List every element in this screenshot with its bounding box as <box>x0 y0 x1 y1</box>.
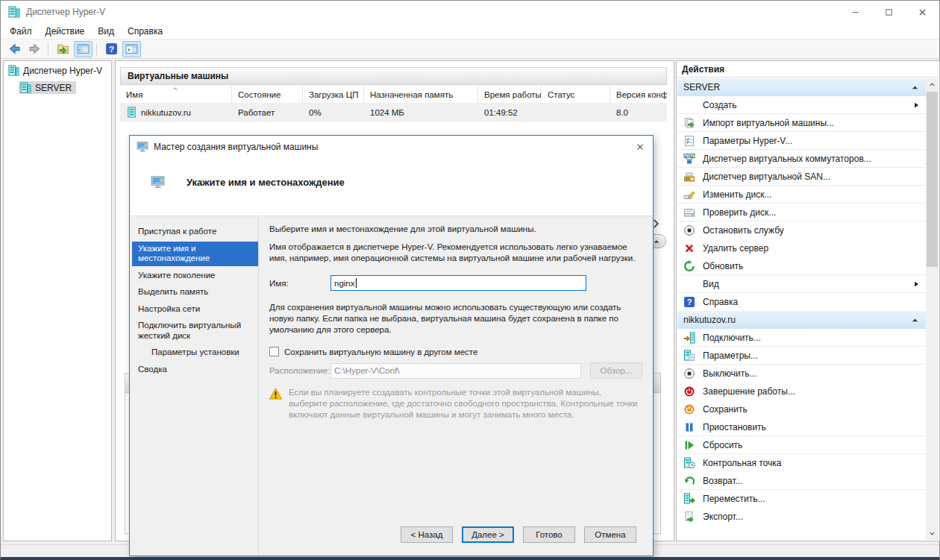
edit-disk-icon <box>683 189 695 201</box>
action-item[interactable]: Проверить диск... <box>677 204 926 221</box>
wizard-nav-item[interactable]: Настройка сети <box>132 302 258 317</box>
store-elsewhere-checkbox[interactable] <box>269 347 279 356</box>
wizard-nav-item[interactable]: Подключить виртуальный жесткий диск <box>132 318 258 343</box>
toolbar-button[interactable] <box>54 41 72 57</box>
virtual-switch-icon <box>683 153 695 165</box>
minimize-icon <box>850 7 860 17</box>
vm-table-row[interactable]: nikkutuzov.ruРаботает0%1024 МБ01:49:528.… <box>120 104 667 122</box>
menu-item[interactable]: Вид <box>91 25 121 38</box>
action-item[interactable]: Выключить... <box>677 365 926 383</box>
column-header[interactable]: Статус <box>542 86 610 103</box>
svg-text:?: ? <box>109 44 114 54</box>
hyperv-icon <box>20 82 31 93</box>
column-header[interactable]: Время работы <box>478 86 542 103</box>
action-item[interactable]: Возврат... <box>677 472 926 490</box>
browse-button: Обзор... <box>590 362 642 379</box>
action-item[interactable]: Параметры Hyper-V... <box>677 132 926 150</box>
minimize-button[interactable] <box>839 1 872 23</box>
toolbar: ? <box>1 39 939 59</box>
menu-item[interactable]: Действие <box>39 25 92 38</box>
name-input[interactable]: nginx <box>330 275 586 291</box>
actions-section-header-vm[interactable]: nikkutuzov.ru <box>677 311 926 329</box>
action-item[interactable]: Параметры... <box>677 347 926 365</box>
column-header[interactable]: Состояние <box>232 86 303 103</box>
action-item[interactable]: Переместить... <box>677 490 926 508</box>
action-item[interactable]: Обновить <box>677 257 926 275</box>
stop-service-icon <box>683 224 695 236</box>
maximize-button[interactable] <box>872 1 906 23</box>
refresh-icon <box>683 260 695 272</box>
toolbar-button[interactable] <box>122 41 141 57</box>
toolbar-button[interactable] <box>74 41 93 57</box>
settings-doc-icon <box>683 135 695 147</box>
toolbar-button[interactable] <box>5 41 24 57</box>
scrollbar-up-button[interactable] <box>926 78 939 91</box>
toolbar-button[interactable]: ? <box>102 41 121 57</box>
window-controls <box>839 1 939 23</box>
actions-section-header-server[interactable]: SERVER <box>677 78 926 96</box>
action-item[interactable]: Сохранить <box>677 400 926 418</box>
menu-item[interactable]: Справка <box>121 25 169 38</box>
pause-icon <box>683 421 695 433</box>
wizard-heading: Укажите имя и местонахождение <box>187 177 345 188</box>
forward-icon <box>28 43 41 55</box>
vm-cell: 8.0 <box>610 108 667 117</box>
next-button[interactable]: Далее > <box>462 526 514 543</box>
wizard-nav-item[interactable]: Параметры установки <box>132 345 258 360</box>
action-item[interactable]: Изменить диск... <box>677 186 926 204</box>
vm-cell: 1024 МБ <box>364 108 478 117</box>
action-item[interactable]: Импорт виртуальной машины... <box>677 114 926 132</box>
scrollbar-down-button[interactable] <box>926 527 939 540</box>
action-item[interactable]: Подключить... <box>677 329 926 347</box>
monitor-icon <box>151 175 165 189</box>
action-item[interactable]: Сбросить <box>677 436 926 454</box>
tree-root-label: Диспетчер Hyper-V <box>23 66 102 76</box>
close-icon <box>636 142 645 151</box>
close-button[interactable] <box>906 1 939 23</box>
action-item[interactable]: Диспетчер виртуальных коммутаторов... <box>677 150 926 168</box>
action-item[interactable]: Экспорт... <box>677 508 926 526</box>
wizard-nav-item[interactable]: Укажите поколение <box>132 268 258 283</box>
wizard-title: Мастер создания виртуальной машины <box>154 142 318 152</box>
tree-item-root[interactable]: Диспетчер Hyper-V <box>4 63 111 78</box>
action-item[interactable]: ? Справка <box>677 293 926 311</box>
export-folder-icon <box>57 43 69 55</box>
save-state-icon <box>683 403 695 415</box>
actions-scrollbar[interactable] <box>926 78 939 540</box>
column-header[interactable]: Загрузка ЦП <box>303 86 364 103</box>
toolbar-button[interactable] <box>25 41 44 57</box>
wizard-nav: Приступая к работеУкажите имя и местонах… <box>130 217 259 556</box>
tree-item-server[interactable]: SERVER <box>16 80 111 95</box>
finish-button[interactable]: Готово <box>523 526 575 543</box>
action-item[interactable]: Остановить службу <box>677 221 926 239</box>
menubar: ФайлДействиеВидСправка <box>1 23 939 39</box>
wizard-close-button[interactable] <box>627 136 653 158</box>
navigation-tree-panel: Диспетчер Hyper-V SERVER <box>3 60 112 541</box>
new-vm-wizard-dialog: Мастер создания виртуальной машины Укажи… <box>129 135 654 556</box>
menu-item[interactable]: Файл <box>3 25 39 38</box>
back-button[interactable]: < Назад <box>401 526 453 543</box>
column-header[interactable]: Назначенная память <box>364 86 478 103</box>
wizard-name-hint: Имя отображается в диспетчере Hyper-V. Р… <box>269 242 642 264</box>
wizard-nav-item[interactable]: Выделить память <box>132 285 258 300</box>
cancel-button[interactable]: Отмена <box>584 526 636 543</box>
chevron-right-icon <box>912 280 921 289</box>
text-caret <box>356 278 357 288</box>
action-item[interactable]: Контрольная точка <box>677 454 926 472</box>
move-icon <box>683 493 695 505</box>
action-item[interactable]: Завершение работы... <box>677 383 926 400</box>
action-item[interactable]: Диспетчер виртуальной SAN... <box>677 168 926 186</box>
wizard-nav-item[interactable]: Приступая к работе <box>132 224 258 239</box>
action-item[interactable]: Вид <box>677 275 926 293</box>
shutdown-icon <box>683 386 695 397</box>
wizard-nav-item[interactable]: Укажите имя и местонахождение <box>132 242 258 266</box>
action-item[interactable]: Приостановить <box>677 418 926 436</box>
action-item[interactable]: Создать <box>677 96 926 114</box>
action-item[interactable]: Удалить сервер <box>677 239 926 257</box>
actions-panel-title: Действия <box>677 61 939 78</box>
wizard-nav-item[interactable]: Сводка <box>132 362 258 377</box>
column-header[interactable]: Версия конфигурации <box>610 86 667 103</box>
hyperv-icon <box>8 65 19 76</box>
scrollbar-thumb[interactable] <box>927 92 938 267</box>
vm-icon <box>126 107 137 118</box>
